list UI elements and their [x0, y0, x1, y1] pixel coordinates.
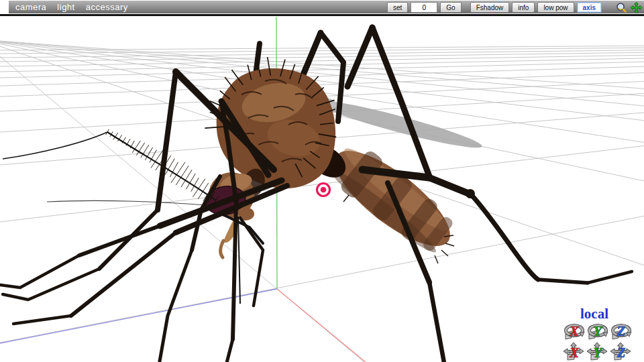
scene-svg: [0, 16, 644, 362]
world-axes: [0, 17, 366, 362]
svg-text:Y: Y: [594, 345, 604, 361]
go-button[interactable]: Go: [440, 2, 461, 13]
rotate-y-button[interactable]: Y: [587, 322, 608, 341]
svg-text:X: X: [569, 323, 580, 339]
move-button[interactable]: [630, 1, 642, 13]
svg-text:Y: Y: [594, 323, 604, 339]
translate-z-button[interactable]: Z: [610, 343, 632, 361]
low-pow-button[interactable]: low pow: [537, 2, 574, 13]
axis-button[interactable]: axis: [577, 2, 602, 13]
svg-text:X: X: [569, 345, 580, 361]
viewport-3d[interactable]: local X Y: [0, 16, 644, 362]
move-icon: [631, 2, 642, 13]
rotate-z-button[interactable]: Z: [610, 322, 632, 341]
mosquito-leg-joint: [466, 189, 475, 198]
svg-text:Z: Z: [616, 345, 626, 361]
info-button[interactable]: info: [512, 2, 535, 13]
menu-accessary[interactable]: accessary: [86, 2, 128, 12]
translate-y-button[interactable]: Y: [587, 343, 608, 361]
manipulation-gizmo: local X Y: [557, 307, 632, 361]
menu-light[interactable]: light: [57, 2, 74, 12]
fshadow-button[interactable]: Fshadow: [470, 2, 510, 13]
translate-x-button[interactable]: X: [564, 343, 585, 361]
rotate-x-button[interactable]: X: [564, 322, 585, 341]
frame-input[interactable]: [411, 2, 437, 13]
toolbar-controls: set Go Fshadow info low pow axis: [387, 2, 642, 13]
translate-row: X Y Z: [557, 343, 632, 361]
mosquito-antenna: [3, 129, 219, 206]
menu-camera[interactable]: camera: [15, 2, 46, 12]
toolbar: camera light accessary set Go Fshadow in…: [0, 1, 644, 16]
magnifier-icon: [616, 2, 627, 13]
svg-text:Z: Z: [616, 323, 626, 339]
model-center-marker[interactable]: [317, 184, 330, 196]
magnifier-button[interactable]: [615, 1, 627, 13]
set-button[interactable]: set: [387, 2, 408, 13]
rotate-row: X Y Z: [557, 322, 632, 341]
coordinate-mode-label[interactable]: local: [557, 307, 632, 320]
